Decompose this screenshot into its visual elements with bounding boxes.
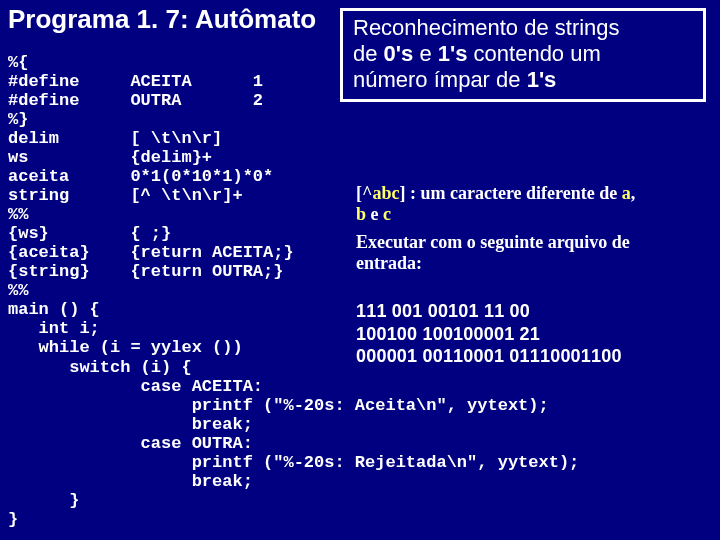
regex-open: [^ [356, 183, 372, 203]
regex-note: [^abc] : um caractere diferente de a, b … [356, 183, 712, 224]
regex-a: a [622, 183, 631, 203]
desc-line1: Reconhecimento de strings [353, 15, 620, 40]
input-line1: 111 001 00101 11 00 [356, 301, 530, 321]
desc-line2c: e [413, 41, 437, 66]
exec-line2: entrada: [356, 253, 422, 273]
exec-line1: Executar com o seguinte arquivo de [356, 232, 630, 252]
desc-line2e: contendo um [467, 41, 600, 66]
desc-line2a: de [353, 41, 384, 66]
desc-line3a: número ímpar de [353, 67, 527, 92]
input-line3: 000001 00110001 01110001100 [356, 346, 622, 366]
desc-zeros: 0's [384, 41, 414, 66]
regex-chars: abc [372, 183, 399, 203]
regex-and: e [366, 204, 383, 224]
input-line2: 100100 100100001 21 [356, 324, 540, 344]
description-box: Reconhecimento de strings de 0's e 1's c… [340, 8, 706, 102]
regex-b: b [356, 204, 366, 224]
desc-ones-2: 1's [527, 67, 557, 92]
input-file-content: 111 001 00101 11 00 100100 100100001 21 … [356, 300, 708, 368]
execute-note: Executar com o seguinte arquivo de entra… [356, 232, 700, 273]
regex-desc: : um caractere diferente de [405, 183, 621, 203]
regex-comma: , [631, 183, 636, 203]
lex-source-code: %{ #define ACEITA 1 #define OUTRA 2 %} d… [0, 53, 579, 529]
desc-ones: 1's [438, 41, 468, 66]
regex-c: c [383, 204, 391, 224]
